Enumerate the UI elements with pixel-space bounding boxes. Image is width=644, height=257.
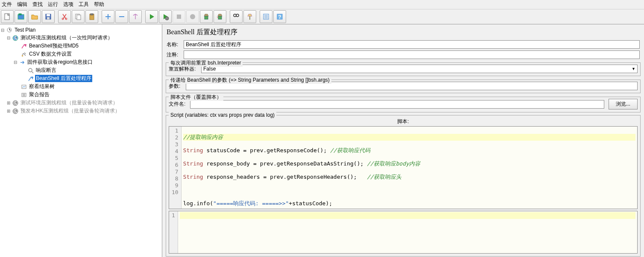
preprocessor-icon: [20, 43, 27, 50]
panel-title: BeanShell 后置处理程序: [162, 24, 644, 39]
toggle-button[interactable]: [129, 10, 142, 23]
tree-assertion[interactable]: 响应断言: [0, 66, 162, 74]
testplan-icon: [6, 27, 13, 33]
menu-help[interactable]: 帮助: [94, 1, 104, 8]
script-editor[interactable]: 12345678910 //提取响应内容 String statusCode =…: [169, 126, 638, 209]
svg-point-12: [165, 17, 169, 20]
svg-rect-9: [77, 15, 81, 20]
svg-rect-15: [205, 16, 208, 19]
stop-button[interactable]: [173, 10, 185, 23]
expand-icon[interactable]: ⊟: [13, 60, 18, 65]
chevron-down-icon: ▼: [632, 67, 635, 71]
name-input[interactable]: [184, 40, 640, 49]
svg-rect-16: [218, 16, 222, 19]
menu-search[interactable]: 查找: [32, 1, 43, 8]
svg-rect-1: [18, 15, 24, 19]
file-label: 文件名:: [169, 100, 187, 108]
threadgroup-disabled-icon: [12, 100, 19, 106]
shutdown-button[interactable]: [186, 10, 199, 23]
toolbar: ?: [0, 9, 644, 24]
reset-fieldset: 每次调用前重置 bsh.Interpreter 重置解释器: False ▼: [166, 62, 641, 76]
listener-icon: [20, 92, 27, 98]
menu-file[interactable]: 文件: [2, 1, 12, 8]
tree-http-sampler[interactable]: ⊟ 固件获取设备region信息接口: [0, 58, 162, 66]
start-no-timers-button[interactable]: [159, 10, 172, 23]
start-button[interactable]: [145, 10, 158, 23]
search-button[interactable]: [230, 10, 243, 23]
open-button[interactable]: [28, 10, 41, 23]
assertion-icon: [27, 67, 34, 74]
save-button[interactable]: [42, 10, 55, 23]
svg-point-27: [32, 77, 33, 78]
line-gutter: 12345678910: [169, 127, 181, 209]
svg-point-24: [25, 44, 26, 46]
file-fieldset: 脚本文件（覆盖脚本） 文件名: 浏览...: [166, 97, 641, 112]
help-button[interactable]: ?: [273, 10, 286, 23]
tree-threadgroup-3[interactable]: ⊞ 预发布HK压测线程组（批量设备轮询请求）: [0, 107, 162, 115]
expand-icon[interactable]: ⊞: [6, 109, 11, 113]
listener-icon: [20, 83, 27, 90]
tree-threadgroup-1[interactable]: ⊟ 测试环境压测线程组（一次性同时请求）: [0, 34, 162, 42]
tree-threadgroup-2[interactable]: ⊞ 测试环境压测线程组（批量设备轮询请求）: [0, 99, 162, 107]
svg-point-26: [29, 68, 32, 72]
script-fieldset: Script (variables: ctx vars props prev d…: [166, 115, 641, 257]
menu-run[interactable]: 运行: [48, 1, 58, 8]
browse-button[interactable]: 浏览...: [609, 99, 638, 109]
sampler-icon: [19, 59, 26, 66]
name-label: 名称:: [167, 41, 181, 48]
tree-panel: ⊟ Test Plan ⊟ 测试环境压测线程组（一次性同时请求） BeanShe…: [0, 24, 162, 257]
templates-button[interactable]: [15, 10, 27, 23]
svg-point-14: [190, 14, 195, 19]
tree-beanshell-pre[interactable]: BeanShell预处理MD5: [0, 42, 162, 50]
svg-rect-11: [91, 14, 93, 15]
config-icon: [20, 51, 27, 58]
line-gutter: 1: [169, 211, 178, 253]
file-input[interactable]: [190, 100, 604, 109]
copy-button[interactable]: [72, 10, 85, 23]
expand-icon[interactable]: ⊞: [6, 100, 11, 105]
comment-label: 注释:: [167, 51, 181, 59]
svg-rect-4: [47, 14, 50, 16]
tree-root[interactable]: ⊟ Test Plan: [0, 26, 162, 34]
clear-button[interactable]: [200, 10, 213, 23]
expand-icon[interactable]: ⊟: [0, 28, 5, 32]
paste-button[interactable]: [85, 10, 98, 23]
reset-search-button[interactable]: [243, 10, 256, 23]
expand-icon[interactable]: ⊟: [6, 35, 11, 40]
menu-tools[interactable]: 工具: [79, 1, 89, 8]
function-helper-button[interactable]: [260, 10, 272, 23]
script-label: 脚本:: [169, 117, 638, 126]
menu-bar: 文件 编辑 查找 运行 选项 工具 帮助: [0, 0, 644, 9]
threadgroup-icon: [12, 35, 19, 41]
expand-button[interactable]: [102, 10, 114, 23]
tree-csv-config[interactable]: CSV 数据文件设置: [0, 50, 162, 58]
svg-text:?: ?: [278, 14, 281, 20]
svg-rect-13: [177, 15, 181, 19]
svg-rect-5: [47, 17, 50, 19]
tree-beanshell-post[interactable]: BeanShell 后置处理程序: [0, 74, 162, 83]
code-content[interactable]: //提取响应内容 String statusCode = prev.getRes…: [181, 127, 637, 209]
params-fieldset: 传递给 BeanShell 的参数 (=> String Parameters …: [166, 80, 641, 93]
threadgroup-disabled-icon: [12, 108, 19, 115]
postprocessor-icon: [27, 75, 34, 82]
new-button[interactable]: [1, 10, 14, 23]
menu-edit[interactable]: 编辑: [17, 1, 27, 8]
svg-rect-2: [19, 14, 21, 15]
menu-options[interactable]: 选项: [63, 1, 73, 8]
comment-input[interactable]: [184, 50, 640, 59]
tree-view-results[interactable]: 察看结果树: [0, 83, 162, 91]
cut-button[interactable]: [58, 10, 71, 23]
collapse-button[interactable]: [115, 10, 128, 23]
reset-combo[interactable]: False ▼: [201, 65, 638, 73]
clear-all-button[interactable]: [214, 10, 226, 23]
editor-panel: BeanShell 后置处理程序 名称: 注释: 每次调用前重置 bsh.Int…: [162, 24, 644, 257]
output-editor[interactable]: 1: [169, 211, 638, 254]
output-content[interactable]: [178, 211, 637, 253]
tree-aggregate-report[interactable]: 聚合报告: [0, 91, 162, 99]
svg-rect-25: [22, 55, 23, 56]
